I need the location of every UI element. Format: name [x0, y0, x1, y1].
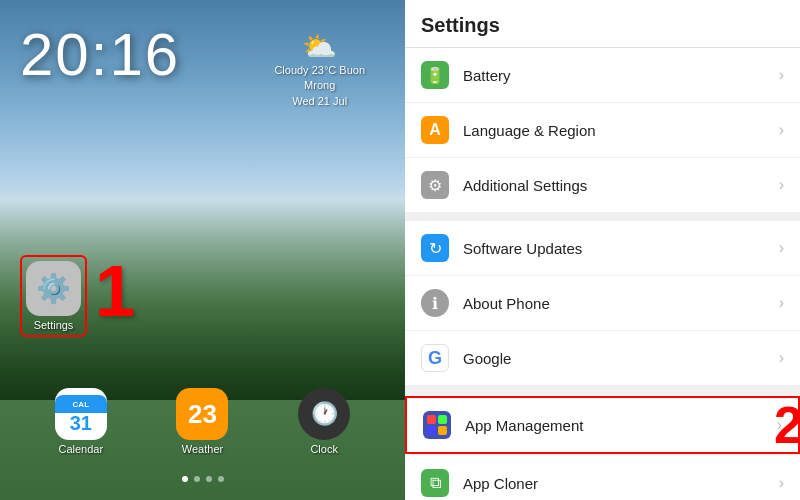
software-label: Software Updates — [463, 240, 779, 257]
weather-icon: 23 — [176, 388, 228, 440]
calendar-app[interactable]: CAL 31 Calendar — [55, 388, 107, 455]
weather-label: Weather — [182, 443, 223, 455]
settings-item-battery[interactable]: 🔋 Battery › — [405, 48, 800, 103]
about-icon: ℹ — [421, 289, 449, 317]
language-label: Language & Region — [463, 122, 779, 139]
grid-cell-1 — [427, 415, 436, 424]
clock-app[interactable]: 🕐 Clock — [298, 388, 350, 455]
language-chevron: › — [779, 121, 784, 139]
cloud-icon: ⛅ — [274, 30, 365, 63]
app-management-label: App Management — [465, 417, 777, 434]
battery-label: Battery — [463, 67, 779, 84]
calendar-label: Calendar — [59, 443, 104, 455]
about-chevron: › — [779, 294, 784, 312]
settings-list[interactable]: 🔋 Battery › A Language & Region › ⚙ Addi… — [405, 48, 800, 500]
settings-item-app-cloner[interactable]: ⧉ App Cloner › — [405, 456, 800, 500]
section-divider-2 — [405, 386, 800, 394]
settings-item-language[interactable]: A Language & Region › — [405, 103, 800, 158]
settings-item-additional[interactable]: ⚙ Additional Settings › — [405, 158, 800, 213]
weather-condition: Cloudy 23°C BuonMrongWed 21 Jul — [274, 63, 365, 109]
app-mgmt-icon — [423, 411, 451, 439]
grid-icon — [427, 415, 447, 435]
software-chevron: › — [779, 239, 784, 257]
weather-widget: ⛅ Cloudy 23°C BuonMrongWed 21 Jul — [274, 30, 365, 109]
grid-cell-4 — [438, 426, 447, 435]
app-cloner-icon: ⧉ — [421, 469, 449, 497]
language-icon: A — [421, 116, 449, 144]
dot-3 — [206, 476, 212, 482]
clock-icon: 🕐 — [298, 388, 350, 440]
grid-cell-3 — [427, 426, 436, 435]
settings-app-graphic: ⚙️ — [26, 261, 81, 316]
additional-chevron: › — [779, 176, 784, 194]
grid-cell-2 — [438, 415, 447, 424]
bottom-app-row: CAL 31 Calendar 23 Weather 🕐 Clock — [0, 388, 405, 455]
settings-app-label: Settings — [34, 319, 74, 331]
calendar-icon: CAL 31 — [55, 388, 107, 440]
time-display: 20:16 — [20, 20, 180, 89]
dot-2 — [194, 476, 200, 482]
google-label: Google — [463, 350, 779, 367]
section-divider-1 — [405, 213, 800, 221]
settings-title: Settings — [421, 14, 784, 37]
phone-screen: 20:16 ⛅ Cloudy 23°C BuonMrongWed 21 Jul … — [0, 0, 405, 500]
dot-1 — [182, 476, 188, 482]
settings-item-google[interactable]: G Google › — [405, 331, 800, 386]
app-cloner-chevron: › — [779, 474, 784, 492]
additional-label: Additional Settings — [463, 177, 779, 194]
app-cloner-label: App Cloner — [463, 475, 779, 492]
weather-app[interactable]: 23 Weather — [176, 388, 228, 455]
settings-app-icon[interactable]: ⚙️ Settings — [20, 255, 87, 337]
settings-panel: Settings 🔋 Battery › A Language & Region… — [405, 0, 800, 500]
step-2-annotation: 2 — [774, 399, 800, 451]
page-indicator — [0, 476, 405, 482]
software-icon: ↻ — [421, 234, 449, 262]
battery-icon: 🔋 — [421, 61, 449, 89]
google-chevron: › — [779, 349, 784, 367]
settings-header: Settings — [405, 0, 800, 48]
battery-chevron: › — [779, 66, 784, 84]
step-1-annotation: 1 — [95, 255, 135, 327]
about-label: About Phone — [463, 295, 779, 312]
google-icon: G — [421, 344, 449, 372]
dot-4 — [218, 476, 224, 482]
settings-item-about[interactable]: ℹ About Phone › — [405, 276, 800, 331]
settings-item-app-management[interactable]: App Management › 2 — [405, 396, 800, 454]
settings-item-software[interactable]: ↻ Software Updates › — [405, 221, 800, 276]
additional-icon: ⚙ — [421, 171, 449, 199]
clock-label: Clock — [310, 443, 338, 455]
